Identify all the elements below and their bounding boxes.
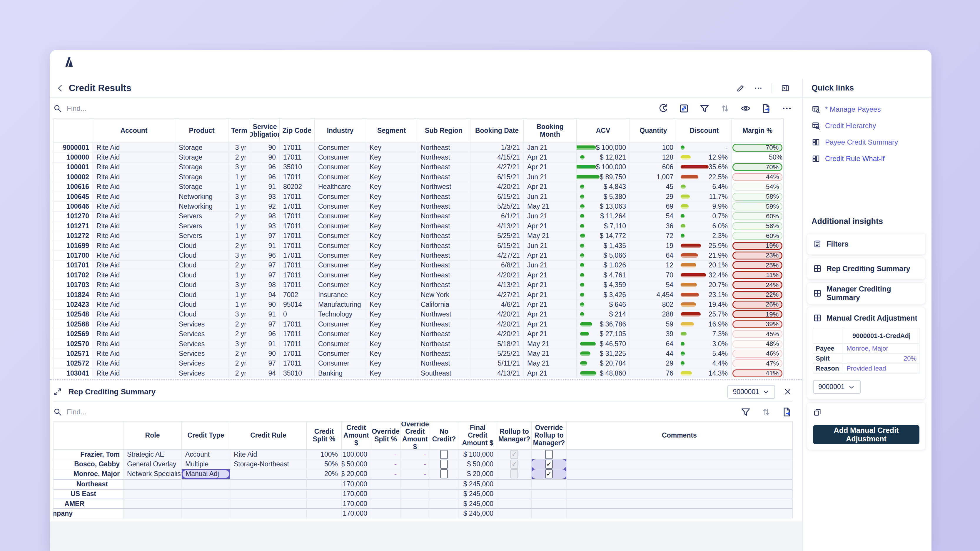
role-cell[interactable]: Network Specialist <box>124 469 182 479</box>
quantity-cell[interactable]: 70 <box>630 270 677 280</box>
acv-cell[interactable]: $ 646 <box>577 300 630 310</box>
insight-card-manager-crediting-summary[interactable]: Manager Crediting Summary <box>807 283 926 304</box>
discount-cell[interactable]: 23.1% <box>677 290 732 300</box>
margin-cell[interactable]: 22% <box>732 290 784 300</box>
product-cell[interactable]: Servers <box>175 221 229 231</box>
sub-region-cell[interactable]: Southeast <box>417 368 471 378</box>
row-id-cell[interactable]: 101699 <box>54 241 93 251</box>
credit-amount-cell[interactable]: $ 170,000 <box>342 489 371 499</box>
booking-date-cell[interactable]: 5/25/21 <box>471 349 523 359</box>
credit-rule-cell[interactable] <box>230 499 307 508</box>
product-cell[interactable]: Services <box>175 368 229 378</box>
toggle-panel-icon[interactable] <box>781 84 790 92</box>
comments-cell[interactable] <box>566 459 792 469</box>
row-id-cell[interactable]: 101270 <box>54 211 93 221</box>
credit-amount-cell[interactable]: $ 170,000 <box>342 499 371 508</box>
expand-panel-icon[interactable] <box>53 387 62 396</box>
product-cell[interactable]: Cloud <box>175 270 229 280</box>
booking-month-cell[interactable]: Apr 21 <box>523 368 577 378</box>
booking-month-cell[interactable]: Jun 21 <box>523 241 577 251</box>
industry-cell[interactable]: Consumer <box>315 241 366 251</box>
term-cell[interactable]: 3 yr <box>229 310 250 319</box>
booking-month-cell[interactable]: Jun 21 <box>523 172 577 182</box>
discount-cell[interactable]: 16.9% <box>677 319 732 329</box>
row-id-cell[interactable]: 101272 <box>54 231 93 241</box>
margin-cell[interactable]: 23% <box>732 251 784 260</box>
adjustment-row-value[interactable]: Monroe, Major <box>844 343 919 354</box>
industry-cell[interactable]: Consumer <box>315 329 366 339</box>
row-id-cell[interactable]: 100001 <box>54 162 93 172</box>
row-label-cell[interactable]: Monroe, Major <box>54 469 124 479</box>
booking-month-cell[interactable]: May 21 <box>523 202 577 211</box>
booking-date-cell[interactable]: 6/8/21 <box>471 260 523 270</box>
more-options-icon[interactable] <box>754 84 763 92</box>
product-cell[interactable]: Networking <box>175 192 229 202</box>
booking-month-cell[interactable]: Apr 21 <box>523 310 577 319</box>
credit-split-cell[interactable] <box>307 489 342 499</box>
margin-cell[interactable]: 48% <box>732 339 784 349</box>
industry-cell[interactable]: Consumer <box>315 339 366 349</box>
booking-month-cell[interactable]: Apr 21 <box>523 270 577 280</box>
quantity-cell[interactable]: 64 <box>630 251 677 260</box>
sub-region-cell[interactable]: Northeast <box>417 221 471 231</box>
discount-cell[interactable]: 32.4% <box>677 270 732 280</box>
product-cell[interactable]: Cloud <box>175 241 229 251</box>
acv-cell[interactable]: $ 20,784 <box>577 359 630 368</box>
discount-cell[interactable]: 0.7% <box>677 211 732 221</box>
product-cell[interactable]: Cloud <box>175 290 229 300</box>
product-cell[interactable]: Services <box>175 319 229 329</box>
override-credit-amount-cell[interactable] <box>401 489 430 499</box>
sub-region-cell[interactable]: Northeast <box>417 270 471 280</box>
acv-cell[interactable]: $ 100,000 <box>577 162 630 172</box>
booking-date-cell[interactable]: 4/13/21 <box>471 221 523 231</box>
comments-cell[interactable] <box>566 449 792 459</box>
booking-month-cell[interactable]: Apr 21 <box>523 329 577 339</box>
insight-card-filters[interactable]: Filters <box>807 233 926 255</box>
zip-cell[interactable]: 17011 <box>280 329 315 339</box>
industry-cell[interactable]: Consumer <box>315 211 366 221</box>
product-cell[interactable]: Services <box>175 339 229 349</box>
term-cell[interactable]: 3 yr <box>229 280 250 290</box>
service-obligation-cell[interactable]: 94 <box>250 368 280 378</box>
acv-cell[interactable]: $ 89,750 <box>577 172 630 182</box>
zip-cell[interactable]: 0 <box>280 310 315 319</box>
margin-cell[interactable]: 25% <box>732 260 784 270</box>
acv-cell[interactable]: $ 1,026 <box>577 260 630 270</box>
segment-cell[interactable]: Key <box>366 202 417 211</box>
term-cell[interactable]: 1 yr <box>229 221 250 231</box>
booking-month-cell[interactable]: May 21 <box>523 231 577 241</box>
discount-cell[interactable]: - <box>677 143 732 152</box>
rollup-to-manager-checkbox[interactable] <box>497 469 531 479</box>
product-cell[interactable]: Cloud <box>175 251 229 260</box>
segment-cell[interactable]: Key <box>366 260 417 270</box>
quantity-cell[interactable]: 4,454 <box>630 290 677 300</box>
zip-cell[interactable]: 17011 <box>280 251 315 260</box>
booking-date-cell[interactable]: 4/6/21 <box>471 300 523 310</box>
acv-cell[interactable]: $ 27,105 <box>577 329 630 339</box>
industry-cell[interactable]: Healthcare <box>315 182 366 192</box>
term-cell[interactable]: 1 yr <box>229 270 250 280</box>
zip-cell[interactable]: 17011 <box>280 241 315 251</box>
booking-date-cell[interactable]: 4/20/21 <box>471 329 523 339</box>
account-cell[interactable]: Rite Aid <box>93 339 175 349</box>
discount-cell[interactable]: 20.1% <box>677 260 732 270</box>
booking-date-cell[interactable]: 5/25/21 <box>471 231 523 241</box>
sub-region-cell[interactable]: Northeast <box>417 260 471 270</box>
segment-cell[interactable]: Key <box>366 182 417 192</box>
margin-cell[interactable]: 11% <box>732 270 784 280</box>
credit-split-cell[interactable]: 20% <box>307 469 342 479</box>
industry-cell[interactable]: Consumer <box>315 172 366 182</box>
acv-cell[interactable]: $ 36,786 <box>577 319 630 329</box>
industry-cell[interactable]: Manufacturing <box>315 300 366 310</box>
adjustment-row-value[interactable]: 20% <box>844 354 919 364</box>
row-id-cell[interactable]: 102570 <box>54 339 93 349</box>
service-obligation-cell[interactable]: 90 <box>250 300 280 310</box>
quantity-cell[interactable]: 288 <box>630 310 677 319</box>
term-cell[interactable]: 1 yr <box>229 202 250 211</box>
margin-cell[interactable]: 46% <box>732 349 784 359</box>
product-cell[interactable]: Services <box>175 359 229 368</box>
quick-link-1[interactable]: * Manage Payees <box>811 103 923 115</box>
zip-cell[interactable]: 35010 <box>280 368 315 378</box>
comments-cell[interactable] <box>566 479 792 489</box>
row-id-cell[interactable]: 103041 <box>54 368 93 378</box>
